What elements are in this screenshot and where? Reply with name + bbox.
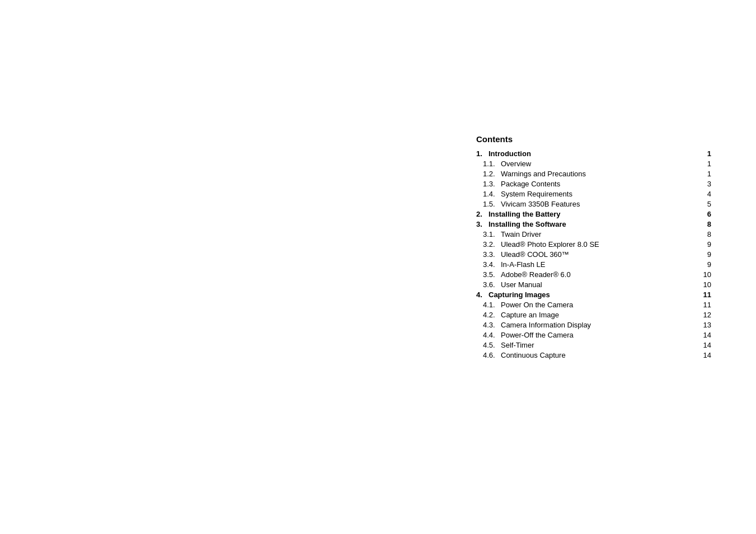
toc-subsection-3-2: 3.2. Ulead® Photo Explorer 8.0 SE 9 [476, 240, 711, 249]
toc-subsection-1-5: 1.5. Vivicam 3350B Features 5 [476, 200, 711, 208]
sub-4-2-page: 12 [700, 311, 711, 319]
toc-container: Contents 1. Introduction 1 1.1. Overview… [476, 134, 711, 361]
toc-subsection-1-1: 1.1. Overview 1 [476, 160, 711, 168]
sub-4-3-page: 13 [700, 321, 711, 329]
toc-subsection-4-6: 4.6. Continuous Capture 14 [476, 351, 711, 359]
toc-section-2: 2. Installing the Battery 6 [476, 210, 711, 218]
toc-subsection-3-5: 3.5. Adobe® Reader® 6.0 10 [476, 270, 711, 279]
sub-4-6-label: Continuous Capture [501, 351, 700, 359]
sub-4-1-label: Power On the Camera [501, 301, 700, 309]
sub-3-4-number: 3.4. [483, 260, 501, 269]
sub-3-4-page: 9 [700, 260, 711, 269]
toc-subsection-3-6: 3.6. User Manual 10 [476, 280, 711, 289]
sub-4-1-page: 11 [700, 301, 711, 309]
sub-1-3-label: Package Contents [501, 180, 700, 188]
sub-3-3-label: Ulead® COOL 360™ [501, 250, 700, 259]
toc-subsection-1-2: 1.2. Warnings and Precautions 1 [476, 170, 711, 178]
sub-3-6-label: User Manual [501, 280, 700, 289]
toc-title: Contents [476, 134, 711, 144]
section-1-page: 1 [700, 149, 711, 158]
sub-4-6-number: 4.6. [483, 351, 501, 359]
sub-1-2-number: 1.2. [483, 170, 501, 178]
sub-3-5-page: 10 [700, 270, 711, 279]
sub-3-2-label: Ulead® Photo Explorer 8.0 SE [501, 240, 700, 249]
toc-subsection-1-4: 1.4. System Requirements 4 [476, 190, 711, 198]
section-2-page: 6 [700, 210, 711, 218]
sub-4-6-page: 14 [700, 351, 711, 359]
sub-3-1-page: 8 [700, 230, 711, 238]
sub-4-4-number: 4.4. [483, 331, 501, 339]
section-1-label: Introduction [489, 149, 700, 158]
section-2-label: Installing the Battery [489, 210, 700, 218]
sub-4-1-number: 4.1. [483, 301, 501, 309]
section-3-page: 8 [700, 220, 711, 228]
sub-1-2-page: 1 [700, 170, 711, 178]
sub-1-1-label: Overview [501, 160, 700, 168]
section-3-label: Installing the Software [489, 220, 700, 228]
toc-subsection-4-3: 4.3. Camera Information Display 13 [476, 321, 711, 329]
sub-1-5-label: Vivicam 3350B Features [501, 200, 700, 208]
sub-1-4-number: 1.4. [483, 190, 501, 198]
toc-subsection-1-3: 1.3. Package Contents 3 [476, 180, 711, 188]
sub-4-2-label: Capture an Image [501, 311, 700, 319]
section-4-page: 11 [700, 291, 711, 299]
toc-subsection-4-1: 4.1. Power On the Camera 11 [476, 301, 711, 309]
sub-3-5-number: 3.5. [483, 270, 501, 279]
sub-4-3-label: Camera Information Display [501, 321, 700, 329]
sub-3-2-number: 3.2. [483, 240, 501, 249]
sub-4-3-number: 4.3. [483, 321, 501, 329]
sub-1-5-page: 5 [700, 200, 711, 208]
sub-4-4-label: Power-Off the Camera [501, 331, 700, 339]
sub-4-4-page: 14 [700, 331, 711, 339]
sub-3-2-page: 9 [700, 240, 711, 249]
sub-4-5-page: 14 [700, 341, 711, 349]
toc-subsection-4-2: 4.2. Capture an Image 12 [476, 311, 711, 319]
section-4-number: 4. [476, 291, 489, 299]
toc-subsection-3-3: 3.3. Ulead® COOL 360™ 9 [476, 250, 711, 259]
sub-3-5-label: Adobe® Reader® 6.0 [501, 270, 700, 279]
sub-4-5-label: Self-Timer [501, 341, 700, 349]
sub-1-5-number: 1.5. [483, 200, 501, 208]
toc-subsection-4-5: 4.5. Self-Timer 14 [476, 341, 711, 349]
sub-3-6-number: 3.6. [483, 280, 501, 289]
sub-3-3-page: 9 [700, 250, 711, 259]
sub-1-1-page: 1 [700, 160, 711, 168]
sub-1-4-page: 4 [700, 190, 711, 198]
sub-3-1-label: Twain Driver [501, 230, 700, 238]
sub-1-1-number: 1.1. [483, 160, 501, 168]
section-1-number: 1. [476, 149, 489, 158]
sub-1-3-number: 1.3. [483, 180, 501, 188]
sub-3-4-label: In-A-Flash LE [501, 260, 700, 269]
sub-4-2-number: 4.2. [483, 311, 501, 319]
sub-3-6-page: 10 [700, 280, 711, 289]
toc-subsection-3-1: 3.1. Twain Driver 8 [476, 230, 711, 238]
toc-subsection-4-4: 4.4. Power-Off the Camera 14 [476, 331, 711, 339]
section-4-label: Capturing Images [489, 291, 700, 299]
sub-3-3-number: 3.3. [483, 250, 501, 259]
sub-4-5-number: 4.5. [483, 341, 501, 349]
section-3-number: 3. [476, 220, 489, 228]
sub-1-4-label: System Requirements [501, 190, 700, 198]
sub-1-3-page: 3 [700, 180, 711, 188]
sub-3-1-number: 3.1. [483, 230, 501, 238]
toc-section-3: 3. Installing the Software 8 [476, 220, 711, 228]
sub-1-2-label: Warnings and Precautions [501, 170, 700, 178]
toc-section-4: 4. Capturing Images 11 [476, 291, 711, 299]
toc-section-1: 1. Introduction 1 [476, 149, 711, 158]
page-container: Contents 1. Introduction 1 1.1. Overview… [0, 0, 756, 534]
toc-subsection-3-4: 3.4. In-A-Flash LE 9 [476, 260, 711, 269]
section-2-number: 2. [476, 210, 489, 218]
